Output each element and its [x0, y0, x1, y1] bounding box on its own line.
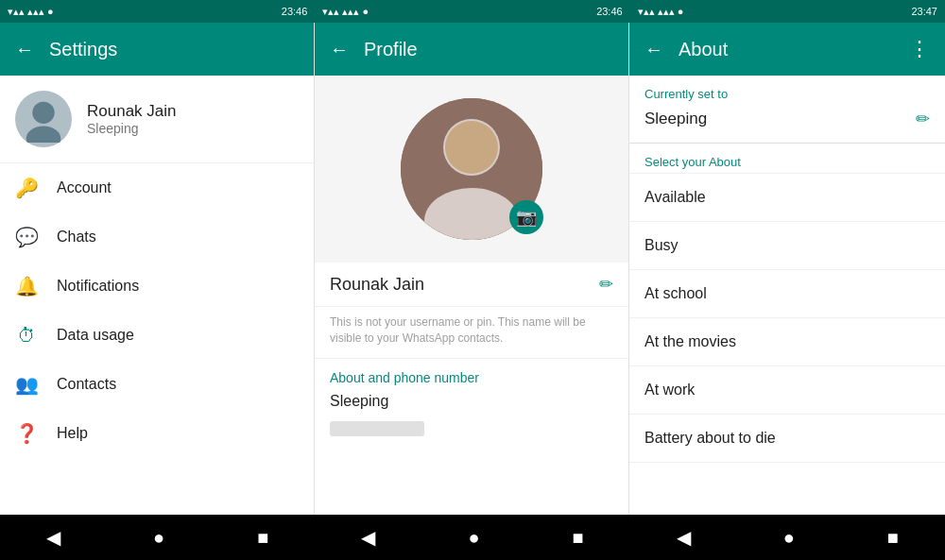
settings-profile-name: Rounak Jain [87, 102, 177, 121]
select-about-label: Select your About [629, 144, 945, 174]
svg-point-0 [32, 102, 54, 124]
settings-avatar [15, 91, 72, 147]
about-option-busy[interactable]: Busy [629, 222, 945, 270]
menu-label-data-usage: Data usage [57, 327, 134, 344]
menu-item-contacts[interactable]: 👥 Contacts [0, 360, 314, 409]
edit-name-icon[interactable]: ✏ [599, 274, 613, 295]
time-1: 23:46 [282, 6, 308, 17]
about-more-icon[interactable]: ⋮ [909, 37, 930, 61]
profile-avatar-section: 📷 [315, 76, 628, 263]
home-button-1[interactable]: ● [134, 519, 183, 556]
about-header-left: ← About [644, 39, 728, 60]
settings-panel: ← Settings Rounak Jain Sleeping 🔑 Accoun… [0, 23, 315, 515]
menu-label-chats: Chats [57, 229, 96, 246]
bottom-nav-2: ◀ ● ■ [315, 515, 629, 560]
about-back-icon[interactable]: ← [644, 39, 663, 60]
main-content: ← Settings Rounak Jain Sleeping 🔑 Accoun… [0, 23, 945, 515]
settings-profile-status: Sleeping [87, 121, 177, 136]
menu-item-help[interactable]: ❓ Help [0, 409, 314, 458]
settings-header: ← Settings [0, 23, 314, 76]
menu-item-data-usage[interactable]: ⏱ Data usage [0, 311, 314, 360]
about-and-phone-label[interactable]: About and phone number [330, 370, 613, 385]
menu-label-account: Account [57, 179, 112, 196]
about-option-at-school[interactable]: At school [629, 270, 945, 318]
menu-label-contacts: Contacts [57, 376, 116, 393]
menu-item-account[interactable]: 🔑 Account [0, 163, 314, 212]
status-bar-3: ▾▴▴ ▴▴▴ ● 23:47 [630, 0, 945, 23]
about-option-at-movies[interactable]: At the movies [629, 318, 945, 366]
currently-set-label: Currently set to [644, 87, 930, 101]
about-option-available[interactable]: Available [629, 174, 945, 222]
status-bar-1: ▾▴▴ ▴▴▴ ● 23:46 [0, 0, 315, 23]
profile-about-section: About and phone number Sleeping [315, 359, 628, 448]
time-2: 23:46 [596, 6, 623, 17]
back-button-2[interactable]: ◀ [342, 518, 394, 556]
menu-item-chats[interactable]: 💬 Chats [0, 212, 314, 262]
home-button-3[interactable]: ● [765, 519, 814, 556]
about-option-at-work[interactable]: At work [629, 366, 945, 415]
profile-display-name: Rounak Jain [330, 275, 424, 295]
status-bar-container: ▾▴▴ ▴▴▴ ● 23:46 ▾▴▴ ▴▴▴ ● 23:46 ▾▴▴ ▴▴▴ … [0, 0, 945, 23]
account-icon: 🔑 [15, 177, 38, 199]
menu-label-help: Help [57, 425, 88, 442]
back-button-1[interactable]: ◀ [27, 518, 79, 556]
recents-button-3[interactable]: ■ [868, 519, 918, 556]
recents-button-1[interactable]: ■ [238, 519, 287, 556]
menu-label-notifications: Notifications [57, 278, 139, 295]
about-panel: ← About ⋮ Currently set to Sleeping ✏ Se… [629, 23, 945, 515]
profile-about-value: Sleeping [330, 393, 613, 410]
bottom-nav-3: ◀ ● ■ [630, 515, 945, 560]
help-icon: ❓ [15, 422, 38, 445]
notifications-icon: 🔔 [15, 275, 38, 297]
settings-title: Settings [49, 39, 117, 60]
home-button-2[interactable]: ● [449, 519, 498, 556]
recents-button-2[interactable]: ■ [554, 519, 603, 556]
svg-point-5 [445, 121, 498, 174]
signal-wifi-2: ▾▴▴ ▴▴▴ ● [322, 6, 369, 18]
menu-item-notifications[interactable]: 🔔 Notifications [0, 262, 314, 311]
profile-name-field[interactable]: Rounak Jain ✏ [315, 263, 628, 307]
bottom-nav-1: ◀ ● ■ [0, 515, 315, 560]
currently-set-value: Sleeping [644, 110, 707, 128]
about-header: ← About ⋮ [629, 23, 945, 76]
camera-icon: 📷 [516, 207, 537, 228]
settings-back-icon[interactable]: ← [15, 39, 34, 60]
bottom-nav-container: ◀ ● ■ ◀ ● ■ ◀ ● ■ [0, 515, 945, 560]
currently-set-row: Sleeping ✏ [644, 109, 930, 139]
signal-wifi-1: ▾▴▴ ▴▴▴ ● [8, 6, 54, 18]
settings-profile-section[interactable]: Rounak Jain Sleeping [0, 76, 314, 163]
profile-back-icon[interactable]: ← [330, 39, 349, 60]
time-3: 23:47 [911, 6, 937, 17]
profile-name-hint: This is not your username or pin. This n… [315, 307, 628, 359]
svg-point-1 [26, 127, 61, 144]
status-bar-2: ▾▴▴ ▴▴▴ ● 23:46 [315, 0, 629, 23]
profile-panel: ← Profile 📷 Rounak Jain ✏ [315, 23, 629, 515]
chats-icon: 💬 [15, 226, 38, 248]
about-option-battery[interactable]: Battery about to die [629, 415, 945, 463]
data-usage-icon: ⏱ [15, 324, 38, 347]
contacts-icon: 👥 [15, 373, 38, 396]
back-button-3[interactable]: ◀ [658, 518, 710, 556]
about-title: About [679, 39, 728, 60]
currently-set-section: Currently set to Sleeping ✏ [629, 76, 945, 144]
camera-button[interactable]: 📷 [509, 200, 543, 234]
profile-title: Profile [364, 39, 418, 60]
settings-profile-info: Rounak Jain Sleeping [87, 102, 177, 136]
phone-number-placeholder [330, 421, 424, 436]
signal-wifi-3: ▾▴▴ ▴▴▴ ● [638, 6, 684, 18]
profile-header: ← Profile [315, 23, 628, 76]
edit-about-icon[interactable]: ✏ [916, 109, 930, 129]
